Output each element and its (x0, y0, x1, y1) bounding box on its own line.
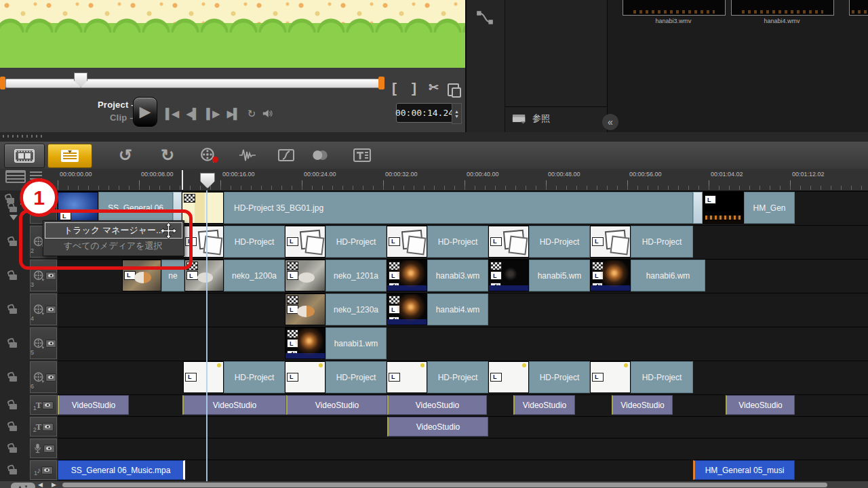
subtitle-options-button[interactable] (351, 146, 374, 165)
play-button[interactable]: ▶ (133, 97, 157, 127)
track-visibility-icon[interactable] (42, 401, 54, 409)
clip-label[interactable]: HM_Gen (744, 192, 795, 224)
clip-thumbnail[interactable]: L (285, 226, 326, 258)
clip-label[interactable]: HD-Project (631, 361, 693, 393)
undo-button[interactable]: ↺ (114, 146, 137, 165)
video-track-6-lock-icon[interactable] (9, 376, 17, 382)
timeline-ruler[interactable]: 00:00:00.0000:00:08.0000:00:16.0000:00:2… (0, 169, 868, 191)
track-visibility-icon[interactable] (45, 272, 56, 280)
clip-thumbnail[interactable]: L (488, 361, 529, 393)
timeline-zoom-control[interactable]: ▲▼ (11, 483, 35, 488)
video-track-2-lock-icon[interactable] (9, 241, 17, 246)
next-frame-button[interactable]: ▌▶ (206, 108, 218, 120)
sound-mixer-button[interactable] (236, 146, 259, 165)
library-thumbnail[interactable] (731, 0, 834, 16)
video-track-5-row[interactable] (58, 327, 868, 361)
track-rail-caret-icon[interactable] (9, 215, 18, 224)
voice-track-header[interactable] (30, 439, 57, 458)
clip-label[interactable]: hanabi1.wm (326, 327, 387, 359)
music-track-lock-icon[interactable] (9, 469, 17, 474)
clip-label[interactable]: HD-Project (224, 226, 285, 258)
track-visibility-icon[interactable] (45, 306, 56, 314)
auto-music-button[interactable] (275, 146, 298, 165)
clip-thumbnail[interactable]: L (387, 361, 427, 393)
transition-clip[interactable] (693, 192, 703, 224)
instant-project-button[interactable] (309, 146, 332, 165)
music-clip[interactable]: HM_General 05_musi (693, 460, 795, 480)
clip-thumbnail[interactable]: L (387, 226, 427, 258)
title-track-2-lock-icon[interactable] (9, 426, 17, 431)
playhead-line[interactable] (206, 190, 208, 481)
clip-label[interactable]: HD-Project (529, 361, 590, 393)
clip-thumbnail[interactable]: L (285, 260, 326, 291)
music-clip[interactable]: SS_General 06_Music.mpa (58, 460, 185, 480)
mark-out-button[interactable]: ] (412, 80, 416, 96)
clip-label[interactable]: neko_1230a (326, 293, 387, 325)
track-visibility-icon[interactable] (45, 373, 56, 382)
clip-thumbnail[interactable]: L (183, 361, 224, 393)
end-button[interactable]: ▶▌ (227, 108, 239, 120)
clip-label[interactable]: HD-Project (427, 226, 488, 258)
clip-thumbnail[interactable]: L (387, 260, 427, 291)
title-clip[interactable]: VideoStudio (513, 395, 575, 415)
clip-label[interactable]: HD-Project (224, 361, 285, 393)
video-track-6-header[interactable]: 6 (30, 361, 57, 393)
clip-thumbnail[interactable]: L (703, 192, 744, 224)
video-track-3-lock-icon[interactable] (9, 274, 17, 280)
track-visibility-icon[interactable] (41, 466, 53, 474)
clip-label[interactable]: hanabi6.wm (631, 260, 705, 291)
library-thumbnail[interactable] (849, 0, 868, 16)
clip-thumbnail[interactable]: L (387, 293, 427, 325)
clip-thumbnail[interactable]: L (488, 226, 529, 258)
scroll-left-button[interactable]: ◀ (38, 481, 43, 488)
clip-label[interactable]: neko_1201a (326, 260, 387, 291)
record-capture-button[interactable] (197, 146, 220, 165)
scroll-right-button[interactable]: ▶ (52, 481, 56, 488)
clip-label[interactable]: HD-Project 35_BG01.jpg (224, 192, 693, 224)
volume-button[interactable] (262, 108, 273, 120)
music-track-header[interactable]: 1♪ (30, 460, 57, 480)
title-clip[interactable]: VideoStudio (387, 395, 487, 415)
pane-splitter[interactable] (0, 132, 868, 142)
redo-button[interactable]: ↻ (156, 146, 179, 165)
project-mode-label[interactable]: Project – (98, 100, 136, 110)
clip-label[interactable]: hanabi3.wm (427, 260, 488, 291)
title-track-1-header[interactable]: 1T (30, 395, 57, 415)
clip-label[interactable]: HD-Project (529, 226, 590, 258)
seek-bar[interactable] (5, 79, 380, 88)
track-visibility-icon[interactable] (42, 423, 54, 431)
clip-label[interactable]: HD-Project (631, 226, 693, 258)
scrollbar-thumb[interactable] (62, 483, 827, 487)
repeat-button[interactable]: ↻ (248, 108, 255, 120)
trim-handle-start[interactable] (0, 77, 5, 89)
title-clip[interactable]: VideoStudio (387, 417, 488, 436)
voice-track-lock-icon[interactable] (9, 447, 17, 453)
playhead-marker[interactable] (200, 173, 215, 188)
path-curve-icon[interactable] (475, 8, 494, 27)
cut-clip-button[interactable]: ✂ (429, 80, 439, 95)
enlarge-preview-button[interactable] (448, 83, 459, 96)
home-button[interactable]: ▌◀ (165, 108, 178, 120)
clip-thumbnail[interactable]: L (488, 260, 529, 291)
title-track-2-header[interactable]: 2T (30, 417, 57, 436)
storyboard-view-button[interactable] (4, 144, 45, 168)
track-visibility-icon[interactable] (43, 445, 55, 453)
splitter-grip[interactable] (3, 135, 42, 138)
clip-thumbnail[interactable]: L (285, 361, 326, 393)
clip-label[interactable]: hanabi4.wm (427, 293, 488, 325)
collapse-panel-button[interactable]: « (602, 114, 618, 130)
timecode-display[interactable]: 00:00:14.24 (396, 103, 453, 123)
title-track-1-lock-icon[interactable] (9, 404, 17, 409)
clip-label[interactable]: neko_1200a (224, 260, 285, 291)
clip-thumbnail[interactable]: L (590, 260, 631, 291)
clip-thumbnail[interactable]: L (590, 361, 631, 393)
clip-label[interactable]: HD-Project (427, 361, 488, 393)
voice-track-row[interactable] (58, 438, 868, 460)
clip-label[interactable]: hanabi5.wm (529, 260, 590, 291)
video-track-5-header[interactable]: 5 (30, 327, 57, 359)
title-clip[interactable]: VideoStudio (58, 395, 129, 415)
clip-thumbnail[interactable]: L (590, 226, 631, 258)
library-thumbnail[interactable] (623, 0, 726, 16)
clip-thumbnail[interactable]: L (285, 293, 326, 325)
title-clip[interactable]: VideoStudio (182, 395, 286, 415)
